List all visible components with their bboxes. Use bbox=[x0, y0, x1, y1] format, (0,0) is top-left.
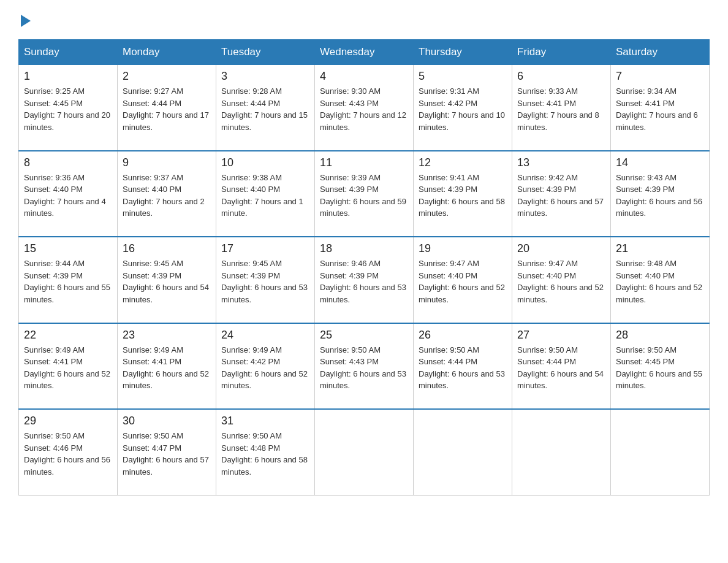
calendar-table: SundayMondayTuesdayWednesdayThursdayFrid… bbox=[18, 39, 710, 496]
day-info: Sunrise: 9:50 AM Sunset: 4:46 PM Dayligh… bbox=[24, 430, 112, 490]
calendar-cell: 11 Sunrise: 9:39 AM Sunset: 4:39 PM Dayl… bbox=[315, 151, 414, 237]
calendar-cell: 8 Sunrise: 9:36 AM Sunset: 4:40 PM Dayli… bbox=[19, 151, 118, 237]
day-number: 17 bbox=[221, 242, 309, 255]
calendar-cell: 7 Sunrise: 9:34 AM Sunset: 4:41 PM Dayli… bbox=[611, 65, 710, 151]
calendar-cell bbox=[315, 409, 414, 495]
day-number: 13 bbox=[517, 156, 605, 169]
calendar-cell: 24 Sunrise: 9:49 AM Sunset: 4:42 PM Dayl… bbox=[216, 323, 315, 410]
week-row-3: 15 Sunrise: 9:44 AM Sunset: 4:39 PM Dayl… bbox=[19, 237, 710, 323]
day-number: 9 bbox=[123, 156, 211, 169]
day-number: 14 bbox=[616, 156, 704, 169]
day-number: 8 bbox=[24, 156, 112, 169]
day-number: 7 bbox=[616, 70, 704, 83]
day-info: Sunrise: 9:50 AM Sunset: 4:44 PM Dayligh… bbox=[419, 344, 507, 404]
calendar-cell: 10 Sunrise: 9:38 AM Sunset: 4:40 PM Dayl… bbox=[216, 151, 315, 237]
day-info: Sunrise: 9:34 AM Sunset: 4:41 PM Dayligh… bbox=[616, 85, 704, 145]
calendar-header-row: SundayMondayTuesdayWednesdayThursdayFrid… bbox=[19, 40, 710, 65]
logo-arrow-icon bbox=[21, 15, 31, 27]
day-info: Sunrise: 9:44 AM Sunset: 4:39 PM Dayligh… bbox=[24, 258, 112, 318]
calendar-cell: 22 Sunrise: 9:49 AM Sunset: 4:41 PM Dayl… bbox=[19, 323, 118, 410]
calendar-cell: 13 Sunrise: 9:42 AM Sunset: 4:39 PM Dayl… bbox=[512, 151, 611, 237]
calendar-cell: 12 Sunrise: 9:41 AM Sunset: 4:39 PM Dayl… bbox=[414, 151, 512, 237]
calendar-cell: 23 Sunrise: 9:49 AM Sunset: 4:41 PM Dayl… bbox=[118, 323, 216, 410]
day-info: Sunrise: 9:48 AM Sunset: 4:40 PM Dayligh… bbox=[616, 258, 704, 318]
week-row-2: 8 Sunrise: 9:36 AM Sunset: 4:40 PM Dayli… bbox=[19, 151, 710, 237]
page-header bbox=[18, 12, 710, 27]
day-info: Sunrise: 9:36 AM Sunset: 4:40 PM Dayligh… bbox=[24, 172, 112, 232]
calendar-cell: 15 Sunrise: 9:44 AM Sunset: 4:39 PM Dayl… bbox=[19, 237, 118, 323]
day-info: Sunrise: 9:43 AM Sunset: 4:39 PM Dayligh… bbox=[616, 172, 704, 232]
day-number: 16 bbox=[123, 242, 211, 255]
calendar-cell: 3 Sunrise: 9:28 AM Sunset: 4:44 PM Dayli… bbox=[216, 65, 315, 151]
logo bbox=[18, 12, 31, 27]
day-info: Sunrise: 9:50 AM Sunset: 4:43 PM Dayligh… bbox=[320, 344, 408, 404]
day-number: 27 bbox=[517, 329, 605, 342]
day-number: 6 bbox=[517, 70, 605, 83]
calendar-cell: 26 Sunrise: 9:50 AM Sunset: 4:44 PM Dayl… bbox=[414, 323, 512, 410]
header-sunday: Sunday bbox=[19, 40, 118, 65]
calendar-cell bbox=[512, 409, 611, 495]
calendar-cell: 14 Sunrise: 9:43 AM Sunset: 4:39 PM Dayl… bbox=[611, 151, 710, 237]
calendar-cell bbox=[611, 409, 710, 495]
calendar-cell: 17 Sunrise: 9:45 AM Sunset: 4:39 PM Dayl… bbox=[216, 237, 315, 323]
calendar-cell: 30 Sunrise: 9:50 AM Sunset: 4:47 PM Dayl… bbox=[118, 409, 216, 495]
day-info: Sunrise: 9:41 AM Sunset: 4:39 PM Dayligh… bbox=[419, 172, 507, 232]
calendar-cell: 31 Sunrise: 9:50 AM Sunset: 4:48 PM Dayl… bbox=[216, 409, 315, 495]
header-saturday: Saturday bbox=[611, 40, 710, 65]
calendar-cell: 18 Sunrise: 9:46 AM Sunset: 4:39 PM Dayl… bbox=[315, 237, 414, 323]
week-row-1: 1 Sunrise: 9:25 AM Sunset: 4:45 PM Dayli… bbox=[19, 65, 710, 151]
day-info: Sunrise: 9:38 AM Sunset: 4:40 PM Dayligh… bbox=[221, 172, 309, 232]
day-info: Sunrise: 9:30 AM Sunset: 4:43 PM Dayligh… bbox=[320, 85, 408, 145]
day-info: Sunrise: 9:49 AM Sunset: 4:42 PM Dayligh… bbox=[221, 344, 309, 404]
header-friday: Friday bbox=[512, 40, 611, 65]
header-wednesday: Wednesday bbox=[315, 40, 414, 65]
day-info: Sunrise: 9:45 AM Sunset: 4:39 PM Dayligh… bbox=[221, 258, 309, 318]
calendar-cell: 21 Sunrise: 9:48 AM Sunset: 4:40 PM Dayl… bbox=[611, 237, 710, 323]
day-number: 19 bbox=[419, 242, 507, 255]
day-number: 24 bbox=[221, 329, 309, 342]
calendar-cell: 1 Sunrise: 9:25 AM Sunset: 4:45 PM Dayli… bbox=[19, 65, 118, 151]
day-number: 29 bbox=[24, 415, 112, 427]
header-tuesday: Tuesday bbox=[216, 40, 315, 65]
day-info: Sunrise: 9:42 AM Sunset: 4:39 PM Dayligh… bbox=[517, 172, 605, 232]
day-number: 28 bbox=[616, 329, 704, 342]
day-info: Sunrise: 9:49 AM Sunset: 4:41 PM Dayligh… bbox=[24, 344, 112, 404]
calendar-cell: 5 Sunrise: 9:31 AM Sunset: 4:42 PM Dayli… bbox=[414, 65, 512, 151]
calendar-cell: 20 Sunrise: 9:47 AM Sunset: 4:40 PM Dayl… bbox=[512, 237, 611, 323]
day-number: 30 bbox=[123, 415, 211, 427]
day-number: 23 bbox=[123, 329, 211, 342]
day-number: 11 bbox=[320, 156, 408, 169]
day-number: 26 bbox=[419, 329, 507, 342]
day-number: 22 bbox=[24, 329, 112, 342]
calendar-cell: 29 Sunrise: 9:50 AM Sunset: 4:46 PM Dayl… bbox=[19, 409, 118, 495]
calendar-cell: 4 Sunrise: 9:30 AM Sunset: 4:43 PM Dayli… bbox=[315, 65, 414, 151]
day-info: Sunrise: 9:39 AM Sunset: 4:39 PM Dayligh… bbox=[320, 172, 408, 232]
calendar-cell: 27 Sunrise: 9:50 AM Sunset: 4:44 PM Dayl… bbox=[512, 323, 611, 410]
day-number: 18 bbox=[320, 242, 408, 255]
calendar-cell: 2 Sunrise: 9:27 AM Sunset: 4:44 PM Dayli… bbox=[118, 65, 216, 151]
day-info: Sunrise: 9:28 AM Sunset: 4:44 PM Dayligh… bbox=[221, 85, 309, 145]
day-info: Sunrise: 9:25 AM Sunset: 4:45 PM Dayligh… bbox=[24, 85, 112, 145]
header-monday: Monday bbox=[118, 40, 216, 65]
day-number: 20 bbox=[517, 242, 605, 255]
day-number: 15 bbox=[24, 242, 112, 255]
day-info: Sunrise: 9:37 AM Sunset: 4:40 PM Dayligh… bbox=[123, 172, 211, 232]
calendar-cell: 16 Sunrise: 9:45 AM Sunset: 4:39 PM Dayl… bbox=[118, 237, 216, 323]
day-info: Sunrise: 9:50 AM Sunset: 4:44 PM Dayligh… bbox=[517, 344, 605, 404]
day-info: Sunrise: 9:45 AM Sunset: 4:39 PM Dayligh… bbox=[123, 258, 211, 318]
day-info: Sunrise: 9:50 AM Sunset: 4:47 PM Dayligh… bbox=[123, 430, 211, 490]
day-info: Sunrise: 9:31 AM Sunset: 4:42 PM Dayligh… bbox=[419, 85, 507, 145]
day-number: 1 bbox=[24, 70, 112, 83]
calendar-cell: 6 Sunrise: 9:33 AM Sunset: 4:41 PM Dayli… bbox=[512, 65, 611, 151]
calendar-cell: 9 Sunrise: 9:37 AM Sunset: 4:40 PM Dayli… bbox=[118, 151, 216, 237]
calendar-cell: 19 Sunrise: 9:47 AM Sunset: 4:40 PM Dayl… bbox=[414, 237, 512, 323]
day-info: Sunrise: 9:47 AM Sunset: 4:40 PM Dayligh… bbox=[517, 258, 605, 318]
calendar-cell bbox=[414, 409, 512, 495]
day-number: 25 bbox=[320, 329, 408, 342]
day-number: 3 bbox=[221, 70, 309, 83]
day-info: Sunrise: 9:27 AM Sunset: 4:44 PM Dayligh… bbox=[123, 85, 211, 145]
calendar-cell: 25 Sunrise: 9:50 AM Sunset: 4:43 PM Dayl… bbox=[315, 323, 414, 410]
day-number: 5 bbox=[419, 70, 507, 83]
day-info: Sunrise: 9:46 AM Sunset: 4:39 PM Dayligh… bbox=[320, 258, 408, 318]
week-row-4: 22 Sunrise: 9:49 AM Sunset: 4:41 PM Dayl… bbox=[19, 323, 710, 410]
